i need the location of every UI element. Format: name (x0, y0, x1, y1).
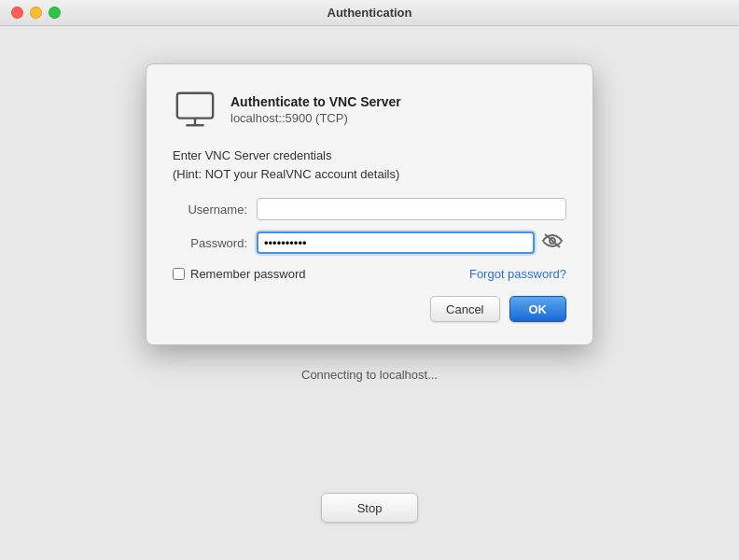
password-input[interactable] (257, 231, 535, 254)
password-field-container (257, 230, 566, 256)
username-label: Username: (173, 203, 247, 217)
main-content: Authenticate to VNC Server localhost::59… (0, 26, 739, 560)
password-wrapper (257, 231, 535, 254)
svg-rect-0 (177, 93, 213, 119)
remember-password-text: Remember password (190, 267, 306, 281)
dialog-subtitle: localhost::5900 (TCP) (230, 111, 401, 125)
dialog-header: Authenticate to VNC Server localhost::59… (173, 87, 566, 132)
dialog-description: Enter VNC Server credentials (Hint: NOT … (173, 147, 566, 183)
auth-dialog: Authenticate to VNC Server localhost::59… (146, 63, 593, 345)
eye-slash-icon (542, 233, 563, 253)
titlebar: Authentication (0, 0, 739, 26)
minimize-button[interactable] (30, 7, 42, 19)
stop-button-container: Stop (321, 493, 418, 523)
password-row: Password: (173, 230, 566, 256)
dialog-header-text: Authenticate to VNC Server localhost::59… (230, 94, 401, 125)
monitor-icon (173, 87, 217, 132)
cancel-button[interactable]: Cancel (430, 296, 499, 322)
forgot-password-link[interactable]: Forgot password? (469, 267, 566, 281)
stop-button[interactable]: Stop (321, 493, 418, 523)
password-label: Password: (173, 236, 247, 250)
maximize-button[interactable] (49, 7, 61, 19)
close-button[interactable] (11, 7, 23, 19)
status-text: Connecting to localhost... (301, 368, 438, 382)
status-area: Connecting to localhost... (301, 368, 438, 382)
toggle-password-button[interactable] (538, 230, 566, 256)
ok-button[interactable]: OK (509, 296, 567, 322)
window-title: Authentication (328, 6, 412, 20)
remember-password-checkbox[interactable] (173, 268, 185, 280)
checkbox-row: Remember password Forgot password? (173, 267, 566, 281)
username-row: Username: (173, 198, 566, 220)
description-line1: Enter VNC Server credentials (173, 148, 332, 162)
remember-password-label[interactable]: Remember password (173, 267, 306, 281)
button-row: Cancel OK (173, 296, 566, 322)
description-line2: (Hint: NOT your RealVNC account details) (173, 167, 399, 181)
username-input[interactable] (257, 198, 566, 220)
traffic-lights (11, 7, 61, 19)
dialog-title: Authenticate to VNC Server (230, 94, 401, 109)
